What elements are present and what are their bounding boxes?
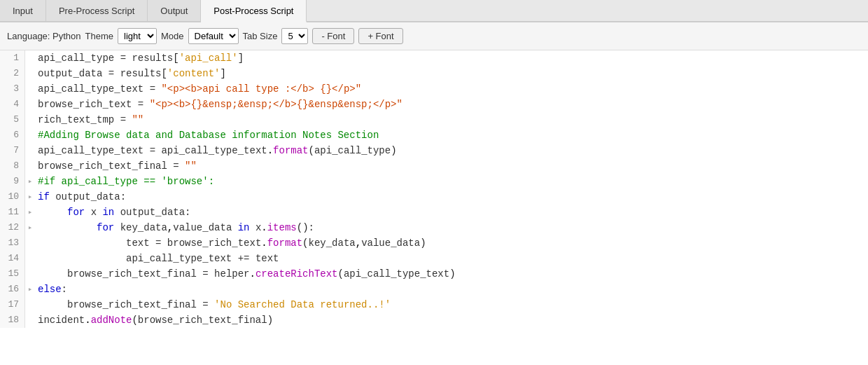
minus-font-button[interactable]: - Font — [312, 28, 354, 44]
code-content-2: output_data = results['content'] — [35, 66, 226, 81]
fold-12[interactable]: ▸ — [25, 220, 35, 235]
language-label: Language: Python — [7, 31, 81, 41]
line-num-11: 11 — [0, 205, 25, 220]
line-num-4: 4 — [0, 97, 25, 112]
tab-bar: Input Pre-Process Script Output Post-Pro… — [0, 0, 868, 22]
code-line-4: 4 browse_rich_text = "<p><b>{}&ensp;&ens… — [0, 97, 868, 112]
fold-16[interactable]: ▸ — [25, 282, 35, 297]
mode-label: Mode — [161, 31, 184, 41]
code-content-9: #if api_call_type == 'browse': — [35, 174, 214, 189]
tab-preprocess[interactable]: Pre-Process Script — [46, 0, 148, 21]
line-num-12: 12 — [0, 220, 25, 235]
code-line-17: 17 browse_rich_text_final = 'No Searched… — [0, 297, 868, 312]
line-num-9: 9 — [0, 174, 25, 189]
code-line-14: 14 api_call_type_text += text — [0, 251, 868, 266]
code-content-13: text = browse_rich_text.format(key_data,… — [35, 235, 426, 251]
line-num-13: 13 — [0, 235, 25, 251]
code-content-10: if output_data: — [35, 189, 126, 205]
fold-9[interactable]: ▸ — [25, 174, 35, 189]
line-num-3: 3 — [0, 81, 25, 97]
code-content-8: browse_rich_text_final = "" — [35, 158, 197, 174]
code-line-12: 12 ▸ for key_data,value_data in x.items(… — [0, 220, 868, 235]
line-num-5: 5 — [0, 112, 25, 128]
line-num-14: 14 — [0, 251, 25, 266]
line-num-7: 7 — [0, 143, 25, 158]
code-line-9: 9 ▸ #if api_call_type == 'browse': — [0, 174, 868, 189]
line-num-6: 6 — [0, 128, 25, 143]
code-line-10: 10 ▸ if output_data: — [0, 189, 868, 205]
line-num-17: 17 — [0, 297, 25, 312]
theme-label: Theme — [85, 31, 113, 41]
code-content-5: rich_text_tmp = "" — [35, 112, 144, 128]
theme-select[interactable]: light dark — [118, 28, 157, 44]
code-content-7: api_call_type_text = api_call_type_text.… — [35, 143, 397, 158]
code-line-16: 16 ▸ else: — [0, 282, 868, 297]
code-line-8: 8 browse_rich_text_final = "" — [0, 158, 868, 174]
line-num-8: 8 — [0, 158, 25, 174]
code-line-1: 1 api_call_type = results['api_call'] — [0, 50, 868, 66]
code-content-18: incident.addNote(browse_rich_text_final) — [35, 312, 273, 328]
code-editor[interactable]: 1 api_call_type = results['api_call'] 2 … — [0, 50, 868, 365]
code-content-3: api_call_type_text = "<p><b>api call typ… — [35, 81, 361, 97]
code-content-12: for key_data,value_data in x.items(): — [35, 220, 314, 235]
code-line-5: 5 rich_text_tmp = "" — [0, 112, 868, 128]
code-content-1: api_call_type = results['api_call'] — [35, 50, 244, 66]
tab-size-select[interactable]: 2 4 5 8 — [281, 28, 308, 44]
line-num-1: 1 — [0, 50, 25, 66]
code-content-11: for x in output_data: — [35, 205, 191, 220]
line-num-10: 10 — [0, 189, 25, 205]
toolbar: Language: Python Theme light dark Mode D… — [0, 22, 868, 50]
code-line-13: 13 text = browse_rich_text.format(key_da… — [0, 235, 868, 251]
tab-output[interactable]: Output — [148, 0, 201, 21]
code-line-3: 3 api_call_type_text = "<p><b>api call t… — [0, 81, 868, 97]
code-content-14: api_call_type_text += text — [35, 251, 279, 266]
plus-font-button[interactable]: + Font — [358, 28, 402, 44]
code-line-15: 15 browse_rich_text_final = helper.creat… — [0, 266, 868, 282]
fold-10[interactable]: ▸ — [25, 189, 35, 205]
fold-11[interactable]: ▸ — [25, 205, 35, 220]
code-line-6: 6 #Adding Browse data and Database infor… — [0, 128, 868, 143]
tab-size-label: Tab Size — [243, 31, 278, 41]
code-line-7: 7 api_call_type_text = api_call_type_tex… — [0, 143, 868, 158]
line-num-15: 15 — [0, 266, 25, 282]
line-num-2: 2 — [0, 66, 25, 81]
code-content-4: browse_rich_text = "<p><b>{}&ensp;&ensp;… — [35, 97, 402, 112]
code-content-6: #Adding Browse data and Database informa… — [35, 128, 379, 143]
code-content-17: browse_rich_text_final = 'No Searched Da… — [35, 297, 391, 312]
code-line-18: 18 incident.addNote(browse_rich_text_fin… — [0, 312, 868, 328]
code-content-15: browse_rich_text_final = helper.createRi… — [35, 266, 456, 282]
line-num-18: 18 — [0, 312, 25, 328]
line-num-16: 16 — [0, 282, 25, 297]
mode-select[interactable]: Default Python — [188, 28, 239, 44]
tab-input[interactable]: Input — [0, 0, 46, 21]
code-content-16: else: — [35, 282, 67, 297]
code-line-2: 2 output_data = results['content'] — [0, 66, 868, 81]
code-line-11: 11 ▸ for x in output_data: — [0, 205, 868, 220]
tab-postprocess[interactable]: Post-Process Script — [201, 0, 307, 22]
